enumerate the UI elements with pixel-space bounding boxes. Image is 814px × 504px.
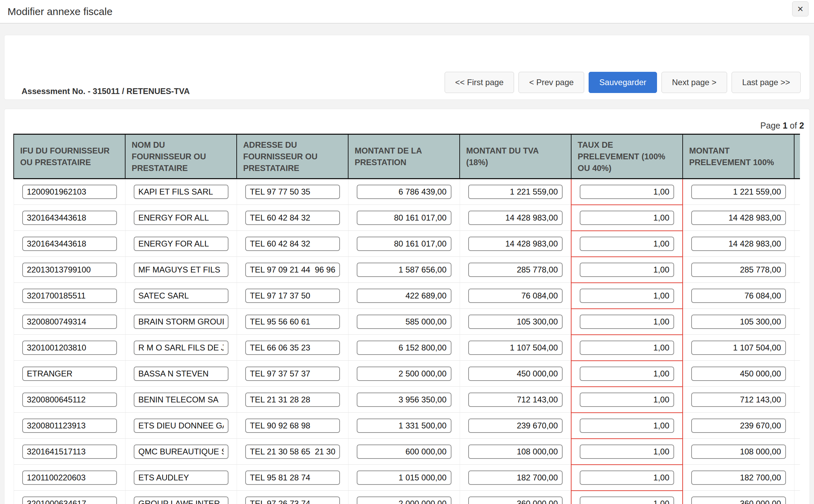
adresse-input[interactable] [245,393,340,407]
montant-prestation-input[interactable] [357,211,451,225]
nom-input[interactable] [134,211,228,225]
adresse-input[interactable] [245,445,340,459]
montant-prelevement-input[interactable] [691,470,786,485]
montant-tva-input[interactable] [468,470,563,485]
first-page-button[interactable]: << First page [445,72,514,93]
taux-prelevement-input[interactable] [580,315,674,329]
ifu-input[interactable] [22,211,117,225]
last-page-button[interactable]: Last page >> [732,72,801,93]
montant-tva-input[interactable] [468,367,563,381]
nom-input[interactable] [134,263,228,277]
ifu-input[interactable] [22,185,117,199]
ifu-input[interactable] [22,367,117,381]
taux-prelevement-input[interactable] [580,445,674,459]
nom-input[interactable] [134,496,228,504]
adresse-input[interactable] [245,367,340,381]
next-page-button[interactable]: Next page > [661,72,727,93]
nom-input[interactable] [134,289,228,303]
montant-prestation-input[interactable] [357,470,451,485]
ifu-input[interactable] [22,289,117,303]
taux-prelevement-input[interactable] [580,393,674,407]
montant-tva-input[interactable] [468,341,563,355]
nom-input[interactable] [134,367,228,381]
ifu-input[interactable] [22,496,117,504]
montant-prestation-input[interactable] [357,496,451,504]
montant-prestation-input[interactable] [357,445,451,459]
adresse-input[interactable] [245,263,340,277]
montant-tva-input[interactable] [468,419,563,433]
nom-input[interactable] [134,341,228,355]
montant-prelevement-input[interactable] [691,393,786,407]
adresse-input[interactable] [245,237,340,251]
save-button[interactable]: Sauvegarder [589,72,657,93]
cell-montant-prelevement [683,361,794,387]
taux-prelevement-input[interactable] [580,419,674,433]
cell-montant-tva [460,179,571,205]
ifu-input[interactable] [22,393,117,407]
montant-tva-input[interactable] [468,289,563,303]
montant-tva-input[interactable] [468,496,563,504]
montant-prelevement-input[interactable] [691,315,786,329]
ifu-input[interactable] [22,263,117,277]
montant-prestation-input[interactable] [357,341,451,355]
montant-prelevement-input[interactable] [691,367,786,381]
montant-tva-input[interactable] [468,315,563,329]
montant-tva-input[interactable] [468,445,563,459]
taux-prelevement-input[interactable] [580,341,674,355]
montant-prestation-input[interactable] [357,237,451,251]
montant-tva-input[interactable] [468,211,563,225]
adresse-input[interactable] [245,341,340,355]
ifu-input[interactable] [22,470,117,485]
taux-prelevement-input[interactable] [580,263,674,277]
ifu-input[interactable] [22,341,117,355]
adresse-input[interactable] [245,419,340,433]
close-button[interactable]: × [792,1,809,16]
montant-prestation-input[interactable] [357,393,451,407]
taux-prelevement-input[interactable] [580,211,674,225]
ifu-input[interactable] [22,445,117,459]
montant-tva-input[interactable] [468,393,563,407]
montant-tva-input[interactable] [468,237,563,251]
nom-input[interactable] [134,419,228,433]
montant-prestation-input[interactable] [357,315,451,329]
montant-prelevement-input[interactable] [691,341,786,355]
taux-prelevement-input[interactable] [580,289,674,303]
adresse-input[interactable] [245,315,340,329]
prev-page-button[interactable]: < Prev page [518,72,584,93]
montant-prestation-input[interactable] [357,185,451,199]
taux-prelevement-input[interactable] [580,367,674,381]
ifu-input[interactable] [22,419,117,433]
taux-prelevement-input[interactable] [580,470,674,485]
montant-prestation-input[interactable] [357,289,451,303]
montant-prelevement-input[interactable] [691,419,786,433]
adresse-input[interactable] [245,496,340,504]
montant-prelevement-input[interactable] [691,211,786,225]
taux-prelevement-input[interactable] [580,237,674,251]
montant-tva-input[interactable] [468,263,563,277]
montant-prestation-input[interactable] [357,419,451,433]
montant-prelevement-input[interactable] [691,263,786,277]
nom-input[interactable] [134,237,228,251]
montant-prestation-input[interactable] [357,367,451,381]
montant-prelevement-input[interactable] [691,289,786,303]
adresse-input[interactable] [245,211,340,225]
montant-prelevement-input[interactable] [691,185,786,199]
nom-input[interactable] [134,185,228,199]
adresse-input[interactable] [245,289,340,303]
nom-input[interactable] [134,393,228,407]
montant-tva-input[interactable] [468,185,563,199]
page-indicator-current: 1 [783,121,787,130]
nom-input[interactable] [134,470,228,485]
ifu-input[interactable] [22,237,117,251]
nom-input[interactable] [134,315,228,329]
nom-input[interactable] [134,445,228,459]
montant-prelevement-input[interactable] [691,496,786,504]
taux-prelevement-input[interactable] [580,185,674,199]
montant-prestation-input[interactable] [357,263,451,277]
ifu-input[interactable] [22,315,117,329]
adresse-input[interactable] [245,185,340,199]
taux-prelevement-input[interactable] [580,496,674,504]
montant-prelevement-input[interactable] [691,237,786,251]
adresse-input[interactable] [245,470,340,485]
montant-prelevement-input[interactable] [691,445,786,459]
